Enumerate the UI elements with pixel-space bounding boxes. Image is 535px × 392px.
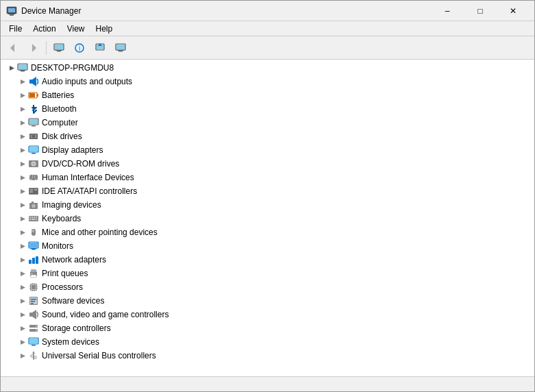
menu-help[interactable]: Help: [90, 23, 119, 35]
expander[interactable]: [17, 117, 28, 128]
tree-label: Audio inputs and outputs: [42, 77, 132, 86]
list-item[interactable]: Print queues: [17, 267, 534, 280]
list-item[interactable]: Mice and other pointing devices: [17, 225, 534, 239]
svg-rect-34: [29, 119, 38, 124]
expander[interactable]: [17, 213, 28, 224]
expander[interactable]: [17, 254, 28, 265]
list-item[interactable]: Human Interface Devices: [17, 171, 534, 184]
tree-root[interactable]: DESKTOP-PRGMDU8: [6, 61, 534, 75]
expander[interactable]: [17, 309, 28, 320]
svg-rect-44: [32, 153, 36, 154]
mouse-icon: [28, 227, 39, 238]
expander[interactable]: [17, 227, 28, 238]
minimize-button[interactable]: –: [432, 1, 463, 21]
svg-rect-43: [29, 147, 38, 151]
svg-rect-1: [8, 8, 15, 12]
display-icon: [28, 145, 39, 156]
tree-view[interactable]: DESKTOP-PRGMDU8 Audio inputs and outputs: [1, 60, 534, 376]
svg-marker-66: [21, 217, 25, 221]
expander[interactable]: [17, 295, 28, 306]
list-item[interactable]: Sound, video and game controllers: [17, 308, 534, 321]
expander[interactable]: [17, 282, 28, 293]
svg-rect-25: [29, 79, 32, 84]
list-item[interactable]: IDE ATA/ATAPI controllers: [17, 184, 534, 198]
menu-action[interactable]: Action: [27, 23, 61, 35]
list-item[interactable]: Bluetooth: [17, 102, 534, 116]
root-expander[interactable]: [6, 62, 17, 73]
expander[interactable]: [17, 172, 28, 183]
list-item[interactable]: Monitors: [17, 239, 534, 253]
svg-rect-2: [10, 14, 14, 16]
svg-rect-52: [34, 175, 35, 178]
list-item[interactable]: Software devices: [17, 294, 534, 308]
svg-marker-26: [32, 77, 36, 86]
list-item[interactable]: Imaging devices: [17, 198, 534, 212]
list-item[interactable]: Computer: [17, 116, 534, 130]
forward-button[interactable]: [24, 39, 43, 57]
svg-rect-22: [21, 71, 25, 72]
toolbar: i: [1, 36, 534, 60]
svg-rect-92: [31, 273, 33, 274]
usb-icon: [28, 350, 39, 361]
show-devices-button[interactable]: [111, 39, 130, 57]
list-item[interactable]: DVD/CD-ROM drives: [17, 157, 534, 171]
expander[interactable]: [17, 103, 28, 114]
expander[interactable]: [17, 145, 28, 156]
keyboard-icon: [28, 213, 39, 224]
menu-view[interactable]: View: [62, 23, 90, 35]
svg-rect-122: [32, 345, 36, 346]
ide-icon: [28, 186, 39, 197]
list-item[interactable]: System devices: [17, 335, 534, 349]
list-item[interactable]: Keyboards: [17, 212, 534, 225]
battery-icon: [28, 90, 39, 101]
expander[interactable]: [17, 76, 28, 87]
list-item[interactable]: Universal Serial Bus controllers: [17, 349, 534, 363]
expander[interactable]: [17, 131, 28, 142]
list-item[interactable]: Batteries: [17, 88, 534, 102]
list-item[interactable]: Network adapters: [17, 253, 534, 267]
svg-rect-103: [32, 291, 33, 292]
back-button[interactable]: [3, 39, 23, 57]
svg-rect-59: [30, 191, 33, 193]
svg-rect-112: [29, 313, 32, 317]
svg-rect-9: [55, 50, 62, 51]
tree-label: Software devices: [42, 296, 104, 306]
menu-file[interactable]: File: [3, 23, 27, 35]
monitors-icon: [28, 241, 39, 252]
svg-rect-70: [34, 217, 35, 218]
list-item[interactable]: Display adapters: [17, 143, 534, 157]
update-driver-button[interactable]: [90, 39, 110, 57]
svg-point-117: [36, 326, 37, 327]
expander[interactable]: [17, 336, 28, 347]
svg-rect-72: [29, 219, 31, 220]
properties-button[interactable]: i: [70, 39, 89, 57]
computer-button[interactable]: [49, 39, 69, 57]
expander[interactable]: [17, 323, 28, 334]
svg-marker-88: [21, 271, 25, 276]
svg-rect-121: [29, 339, 38, 343]
maximize-button[interactable]: □: [464, 1, 496, 21]
tree-label: Mice and other pointing devices: [42, 228, 158, 237]
list-item[interactable]: Storage controllers: [17, 321, 534, 335]
expander[interactable]: [17, 158, 28, 169]
window-title: Device Manager: [21, 6, 432, 16]
list-item[interactable]: Processors: [17, 280, 534, 294]
hid-icon: [28, 172, 39, 183]
close-button[interactable]: ✕: [497, 1, 529, 21]
expander[interactable]: [17, 186, 28, 197]
list-item[interactable]: Audio inputs and outputs: [17, 75, 534, 88]
svg-rect-16: [116, 45, 125, 49]
svg-rect-74: [36, 219, 37, 220]
svg-rect-73: [32, 219, 35, 220]
expander[interactable]: [17, 268, 28, 279]
expander[interactable]: [17, 350, 28, 361]
expander[interactable]: [17, 90, 28, 101]
expander[interactable]: [17, 199, 28, 210]
list-item[interactable]: Disk drives: [17, 130, 534, 143]
svg-point-40: [33, 136, 34, 137]
svg-marker-4: [10, 44, 14, 52]
expander[interactable]: [17, 241, 28, 252]
svg-rect-101: [32, 283, 33, 284]
disk-icon: [28, 131, 39, 142]
tree-label: Universal Serial Bus controllers: [42, 351, 156, 360]
